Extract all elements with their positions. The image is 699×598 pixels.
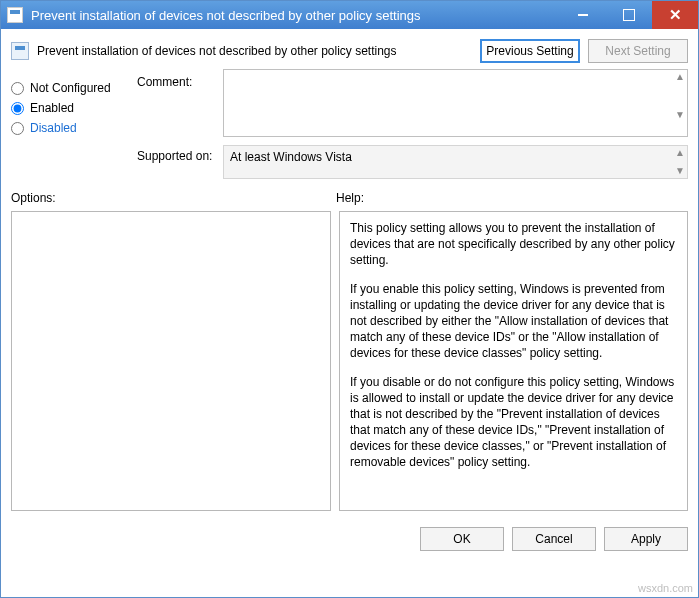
radio-disabled[interactable]: Disabled [11, 121, 131, 135]
next-setting-button[interactable]: Next Setting [588, 39, 688, 63]
maximize-button[interactable] [606, 1, 652, 29]
scroll-up-icon[interactable]: ▲ [675, 148, 685, 158]
policy-header: Prevent installation of devices not desc… [1, 29, 698, 69]
radio-disabled-input[interactable] [11, 122, 24, 135]
help-label: Help: [336, 191, 364, 205]
ok-button[interactable]: OK [420, 527, 504, 551]
supported-on-label: Supported on: [137, 145, 217, 163]
comment-label: Comment: [137, 69, 217, 89]
panels-row: This policy setting allows you to preven… [11, 211, 688, 511]
content-area: Not Configured Enabled Disabled Comment:… [1, 69, 698, 517]
policy-name: Prevent installation of devices not desc… [37, 44, 472, 58]
radio-disabled-label: Disabled [30, 121, 77, 135]
title-bar: Prevent installation of devices not desc… [1, 1, 698, 29]
radio-enabled[interactable]: Enabled [11, 101, 131, 115]
scroll-up-icon[interactable]: ▲ [675, 72, 685, 82]
help-paragraph-1: This policy setting allows you to preven… [350, 220, 677, 269]
state-radio-group: Not Configured Enabled Disabled [11, 69, 131, 141]
app-icon [7, 7, 23, 23]
cancel-button[interactable]: Cancel [512, 527, 596, 551]
window-title: Prevent installation of devices not desc… [31, 8, 560, 23]
options-label: Options: [11, 191, 336, 205]
window-controls [560, 1, 698, 29]
options-panel[interactable] [11, 211, 331, 511]
radio-enabled-label: Enabled [30, 101, 74, 115]
scroll-down-icon[interactable]: ▼ [675, 110, 685, 120]
supported-on-value: At least Windows Vista [230, 150, 352, 164]
apply-button[interactable]: Apply [604, 527, 688, 551]
help-paragraph-3: If you disable or do not configure this … [350, 374, 677, 471]
comment-textbox[interactable]: ▲ ▼ [223, 69, 688, 137]
supported-on-box: At least Windows Vista ▲ ▼ [223, 145, 688, 179]
minimize-button[interactable] [560, 1, 606, 29]
radio-not-configured[interactable]: Not Configured [11, 81, 131, 95]
scroll-down-icon[interactable]: ▼ [675, 166, 685, 176]
watermark: wsxdn.com [638, 582, 693, 594]
radio-not-configured-label: Not Configured [30, 81, 111, 95]
help-panel[interactable]: This policy setting allows you to preven… [339, 211, 688, 511]
upper-grid: Not Configured Enabled Disabled Comment:… [11, 69, 688, 179]
radio-enabled-input[interactable] [11, 102, 24, 115]
radio-not-configured-input[interactable] [11, 82, 24, 95]
close-button[interactable] [652, 1, 698, 29]
help-paragraph-2: If you enable this policy setting, Windo… [350, 281, 677, 362]
policy-icon [11, 42, 29, 60]
section-labels: Options: Help: [11, 191, 688, 205]
supported-scroll[interactable]: ▲ ▼ [675, 148, 685, 176]
comment-scroll[interactable]: ▲ ▼ [675, 72, 685, 120]
dialog-footer: OK Cancel Apply [1, 517, 698, 561]
previous-setting-button[interactable]: Previous Setting [480, 39, 580, 63]
